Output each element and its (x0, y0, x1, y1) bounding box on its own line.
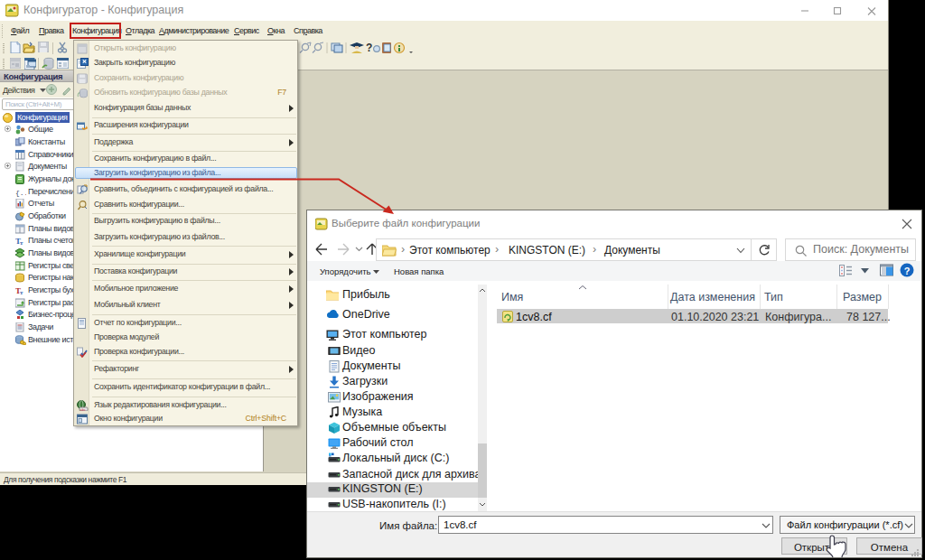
svg-text:т: т (20, 289, 23, 295)
svg-text:?: ? (366, 42, 372, 54)
svg-text:abc: abc (79, 407, 85, 412)
svg-text:{..}: {..} (15, 189, 26, 197)
svg-text:т: т (20, 239, 23, 246)
svg-text:?: ? (904, 266, 911, 276)
